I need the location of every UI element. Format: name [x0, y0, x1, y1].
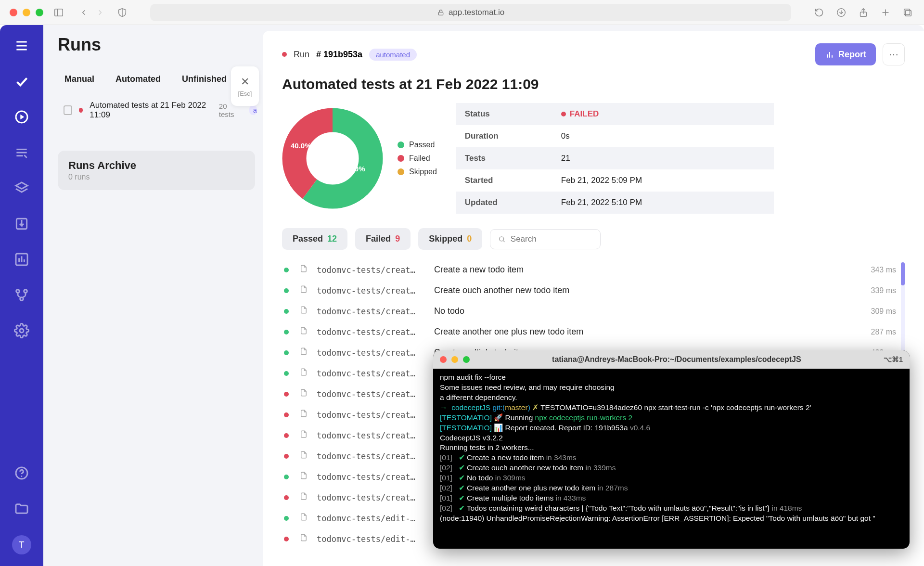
report-button-label: Report — [838, 50, 866, 60]
legend-skip-label: Skipped — [409, 167, 437, 176]
info-key: Started — [456, 171, 552, 190]
page-title: Runs — [58, 35, 263, 55]
branch-icon[interactable] — [13, 286, 31, 304]
filter-passed[interactable]: Passed 12 — [282, 228, 347, 250]
info-row: StartedFeb 21, 2022 5:09 PM — [456, 169, 774, 192]
status-dot-pass-icon — [284, 350, 289, 355]
test-file-path: todomvc-tests/edit-… — [317, 534, 427, 544]
runs-icon[interactable] — [13, 108, 31, 126]
browser-chrome: app.testomat.io — [0, 0, 924, 25]
sidebar: T — [0, 25, 43, 566]
back-icon[interactable] — [77, 6, 90, 19]
shield-icon[interactable] — [116, 6, 129, 19]
terminal-line: [01] ✔ Create multiple todo items in 433… — [440, 493, 903, 503]
help-icon[interactable] — [13, 464, 31, 482]
downloads-icon[interactable] — [834, 6, 848, 19]
archive-sub: 0 runs — [68, 173, 244, 181]
plans-icon[interactable] — [13, 143, 31, 162]
new-tab-icon[interactable] — [879, 6, 892, 19]
test-file-path: todomvc-tests/edit-… — [317, 514, 427, 523]
runs-column: Runs Manual Automated Unfinished Automat… — [43, 25, 263, 566]
test-name: Create a new todo item — [434, 265, 864, 275]
minimize-window-icon[interactable] — [23, 9, 30, 16]
import-icon[interactable] — [13, 215, 31, 233]
test-row[interactable]: todomvc-tests/creat…Create ouch another … — [282, 281, 898, 300]
runs-archive-card[interactable]: Runs Archive 0 runs — [58, 151, 255, 190]
url-text: app.testomat.io — [449, 8, 504, 17]
status-dot-fail-icon — [284, 412, 289, 417]
info-value: 0s — [552, 127, 774, 146]
svg-point-22 — [20, 297, 24, 301]
svg-line-32 — [503, 240, 505, 242]
svg-marker-14 — [16, 182, 27, 189]
report-button[interactable]: Report — [815, 43, 876, 65]
status-dot-pass-icon — [284, 475, 289, 479]
test-file-path: todomvc-tests/creat… — [317, 431, 427, 440]
tab-manual[interactable]: Manual — [64, 74, 94, 84]
svg-point-20 — [16, 290, 20, 293]
run-id-line: Run # 191b953a automated — [282, 49, 417, 61]
close-window-icon[interactable] — [440, 356, 447, 363]
test-row[interactable]: todomvc-tests/creat…Create a new todo it… — [282, 260, 898, 279]
status-dot-pass-icon — [284, 330, 289, 334]
filter-skipped[interactable]: Skipped 0 — [418, 228, 482, 250]
settings-icon[interactable] — [13, 322, 31, 340]
bar-chart-icon — [825, 50, 834, 59]
terminal-line: [TESTOMATIO] 📊 Report created. Report ID… — [440, 423, 903, 433]
terminal-body[interactable]: npm audit fix --forceSome issues need re… — [433, 369, 910, 527]
terminal-line: → codeceptJS git:(master) ✗ TESTOMATIO=u… — [440, 403, 903, 413]
filter-skipped-label: Skipped — [429, 234, 462, 244]
forward-icon[interactable] — [93, 6, 107, 19]
test-file-path: todomvc-tests/creat… — [317, 265, 427, 275]
test-name: No todo — [434, 306, 864, 316]
check-icon[interactable] — [13, 72, 31, 90]
close-esc-label: [Esc] — [238, 90, 252, 97]
projects-icon[interactable] — [13, 500, 31, 518]
test-row[interactable]: todomvc-tests/creat…No todo309 ms — [282, 302, 898, 321]
status-badge: FAILED — [561, 109, 765, 119]
test-file-path: todomvc-tests/creat… — [317, 472, 427, 482]
reload-icon[interactable] — [812, 6, 826, 19]
address-bar[interactable]: app.testomat.io — [150, 4, 791, 21]
share-icon[interactable] — [857, 6, 870, 19]
legend-pass-icon — [398, 142, 404, 148]
minimize-window-icon[interactable] — [451, 356, 458, 363]
scrollbar-thumb[interactable] — [901, 262, 905, 285]
avatar[interactable]: T — [12, 535, 31, 554]
test-file-path: todomvc-tests/creat… — [317, 493, 427, 502]
tab-unfinished[interactable]: Unfinished — [182, 74, 227, 84]
close-window-icon[interactable] — [10, 9, 17, 16]
maximize-window-icon[interactable] — [36, 9, 43, 16]
checkbox[interactable] — [64, 105, 72, 115]
test-file-path: todomvc-tests/creat… — [317, 307, 427, 316]
test-file-path: todomvc-tests/creat… — [317, 389, 427, 399]
filter-failed[interactable]: Failed 9 — [355, 228, 411, 250]
info-row: Tests21 — [456, 147, 774, 169]
terminal-title-bar: tatiana@Andreys-MacBook-Pro:~/Documents/… — [433, 350, 910, 369]
close-icon: ✕ — [241, 76, 249, 88]
search-field[interactable] — [490, 229, 601, 249]
status-dot-fail-icon — [284, 392, 289, 397]
maximize-window-icon[interactable] — [463, 356, 470, 363]
terminal-line: a different dependency. — [440, 393, 903, 403]
filter-skipped-count: 0 — [467, 234, 472, 244]
info-key: Tests — [456, 149, 552, 168]
test-file-path: todomvc-tests/creat… — [317, 348, 427, 358]
layers-icon[interactable] — [13, 179, 31, 197]
run-label: Run — [294, 50, 309, 60]
detail-title: Automated tests at 21 Feb 2022 11:09 — [282, 76, 905, 92]
result-filters: Passed 12 Failed 9 Skipped 0 — [282, 228, 905, 250]
close-detail-button[interactable]: ✕ [Esc] — [231, 66, 259, 106]
info-value: 21 — [552, 149, 774, 168]
more-button[interactable]: ⋯ — [883, 43, 905, 65]
run-hash: # 191b953a — [316, 50, 362, 60]
status-dot-pass-icon — [284, 371, 289, 376]
test-row[interactable]: todomvc-tests/creat…Create another one p… — [282, 322, 898, 341]
menu-icon[interactable] — [13, 37, 31, 55]
search-input[interactable] — [511, 234, 592, 244]
analytics-icon[interactable] — [13, 250, 31, 269]
archive-title: Runs Archive — [68, 159, 244, 172]
tab-overview-icon[interactable] — [901, 6, 914, 19]
sidebar-toggle-icon[interactable] — [52, 6, 65, 19]
tab-automated[interactable]: Automated — [116, 74, 161, 84]
